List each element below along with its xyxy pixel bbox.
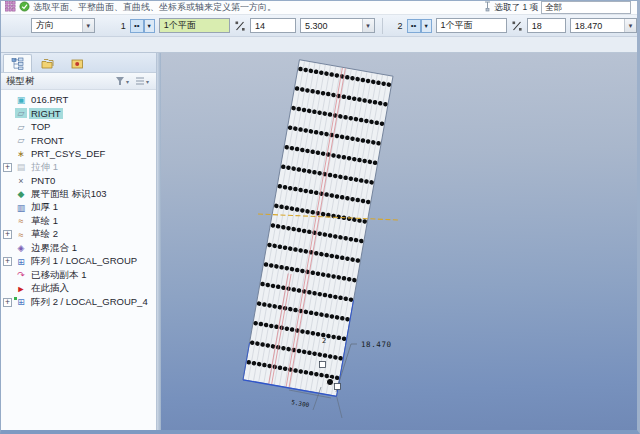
dir2-member-count-input[interactable]: 18: [527, 18, 566, 33]
dir1-flip-icon[interactable]: [234, 20, 246, 32]
dir1-member-count-input[interactable]: 14: [250, 18, 296, 33]
dim1-value-label[interactable]: 5.300: [291, 398, 310, 408]
tree-expander[interactable]: +: [3, 230, 12, 239]
tree-item[interactable]: × PNT0: [1, 174, 156, 188]
feature-icon: ◆: [15, 189, 27, 199]
navigator-tabs: [1, 53, 156, 73]
tree-display-button[interactable]: ▾: [133, 76, 151, 86]
selection-count: 选取了 1 项: [495, 2, 538, 14]
tree-filters-button[interactable]: ▾: [113, 76, 131, 86]
chevron-down-icon: ▾: [126, 78, 129, 85]
feature-icon: ×: [15, 176, 27, 186]
chevron-down-icon[interactable]: ▾: [362, 19, 374, 32]
dashboard-tabs: [1, 37, 637, 53]
drag-handle-square[interactable]: [320, 362, 326, 368]
direction2-mode-toggle: ••▾: [407, 19, 432, 33]
feature-icon: ▣: [15, 95, 27, 105]
tree-item-label: PNT0: [29, 175, 57, 186]
tree-item-label: PRT_CSYS_DEF: [29, 148, 107, 159]
tree-item-label: 拉伸 1: [29, 161, 60, 174]
dir2-spacing-combo[interactable]: 18.470▾: [570, 18, 637, 33]
feature-icon: ≈: [15, 230, 27, 240]
dim2-value-label[interactable]: 18.470: [361, 340, 392, 349]
pattern-type-value: 方向: [36, 19, 54, 32]
feature-icon: ▤: [15, 162, 27, 172]
tree-item[interactable]: ▥ 加厚 1: [1, 201, 156, 215]
tree-item-label: 展平面组 标识103: [29, 188, 109, 201]
dir2-reference-collector[interactable]: 1个平面: [436, 18, 507, 33]
feature-icon: ◈: [15, 243, 27, 253]
tree-item[interactable]: ▱ TOP: [1, 120, 156, 134]
tree-item[interactable]: + ▤ 拉伸 1: [1, 161, 156, 175]
tree-expander[interactable]: +: [3, 257, 12, 266]
tree-item-label: TOP: [29, 121, 52, 132]
main-area: 模型树 ▾ ▾ ▣ 016.PRT ▱ RIGHT ▱: [1, 53, 637, 430]
tree-item[interactable]: ◆ 展平面组 标识103: [1, 188, 156, 202]
tree-expander[interactable]: +: [3, 163, 12, 172]
direction2-label: 2: [322, 337, 326, 345]
tab-favorites[interactable]: [63, 54, 92, 72]
tree-item-label: 已移动副本 1: [29, 269, 88, 282]
tree-item[interactable]: ≈ 草绘 1: [1, 215, 156, 229]
tree-item[interactable]: + ⊞ 阵列 1 / LOCAL_GROUP: [1, 255, 156, 269]
tree-item-label: 加厚 1: [29, 201, 60, 214]
tree-item-label: 草绘 2: [29, 228, 60, 241]
pattern-origin-handle[interactable]: [326, 378, 333, 385]
chevron-down-icon[interactable]: ▾: [82, 19, 94, 32]
feature-icon: ▱: [15, 135, 27, 145]
tree-item-label: 阵列 2 / LOCAL_GROUP_4: [29, 296, 150, 309]
tree-item-label: FRONT: [29, 135, 66, 146]
dir2-members-button[interactable]: ••: [407, 19, 421, 33]
clamp-icon[interactable]: [483, 1, 492, 14]
dir1-reference-collector[interactable]: 1个平面: [159, 18, 230, 33]
tab-model-tree[interactable]: [3, 54, 32, 72]
graphics-viewport[interactable]: 18.470 2 5.300: [161, 53, 637, 430]
tree-item[interactable]: ► 在此插入: [1, 282, 156, 296]
chevron-down-icon[interactable]: ▾: [624, 19, 636, 32]
prompt-check-icon: [19, 1, 30, 14]
dir1-spacing-value: 5.300: [305, 21, 328, 31]
chevron-down-icon: ▾: [146, 78, 149, 85]
tree-item-label: 边界混合 1: [29, 242, 79, 255]
pattern-dashboard: 方向▾ 1 ••▾ 1个平面 14 5.300▾ 2 ••▾ 1个平面 18 1…: [1, 15, 637, 37]
selection-filter-dropdown[interactable]: 全部: [541, 1, 631, 14]
tree-item-label: 在此插入: [29, 282, 71, 295]
tree-expander[interactable]: +: [3, 298, 12, 307]
message-bar: 选取平面、平整曲面、直曲线、坐标系或轴来定义第一方向。 选取了 1 项 全部: [1, 1, 637, 15]
navigator-panel: 模型树 ▾ ▾ ▣ 016.PRT ▱ RIGHT ▱: [1, 53, 156, 430]
tree-item[interactable]: + ⊞ 阵列 2 / LOCAL_GROUP_4: [1, 296, 156, 310]
dir1-members-button[interactable]: ••: [130, 19, 144, 33]
feature-icon: ∗: [15, 149, 27, 159]
feature-icon: ▥: [15, 203, 27, 213]
tree-item[interactable]: ▣ 016.PRT: [1, 93, 156, 107]
app-window: 选取平面、平整曲面、直曲线、坐标系或轴来定义第一方向。 选取了 1 项 全部 方…: [0, 0, 640, 434]
dir2-spacing-value: 18.470: [575, 21, 603, 31]
selection-filter-value: 全部: [545, 2, 562, 14]
pattern-feature-icon: [5, 1, 16, 14]
tree-item-label: 阵列 1 / LOCAL_GROUP: [29, 255, 139, 268]
pattern-type-dropdown[interactable]: 方向▾: [31, 18, 95, 33]
model-tree-title: 模型树: [6, 75, 111, 88]
drag-handle-square[interactable]: [335, 384, 341, 390]
feature-icon: ⊞: [15, 257, 27, 267]
dir2-flip-icon[interactable]: [511, 20, 523, 32]
tab-folder-browser[interactable]: [33, 54, 62, 72]
feature-icon: ▱: [15, 122, 27, 132]
tree-item[interactable]: ↷ 已移动副本 1: [1, 269, 156, 283]
dir2-dropdown-button[interactable]: ▾: [421, 19, 432, 33]
tree-item[interactable]: ▱ RIGHT: [1, 107, 156, 121]
feature-icon: ⊞: [15, 297, 27, 307]
tree-item[interactable]: ◈ 边界混合 1: [1, 242, 156, 256]
tree-item-label: 016.PRT: [29, 94, 70, 105]
tree-item[interactable]: ▱ FRONT: [1, 134, 156, 148]
direction2-index: 2: [398, 21, 403, 31]
feature-icon: ≈: [15, 216, 27, 226]
model-tree-header: 模型树 ▾ ▾: [1, 73, 156, 90]
divider: [382, 18, 383, 34]
direction1-mode-toggle: ••▾: [130, 19, 155, 33]
dir1-dropdown-button[interactable]: ▾: [144, 19, 155, 33]
tree-item[interactable]: ∗ PRT_CSYS_DEF: [1, 147, 156, 161]
dir1-spacing-combo[interactable]: 5.300▾: [300, 18, 375, 33]
tree-item[interactable]: + ≈ 草绘 2: [1, 228, 156, 242]
tree-item-label: RIGHT: [29, 108, 63, 119]
